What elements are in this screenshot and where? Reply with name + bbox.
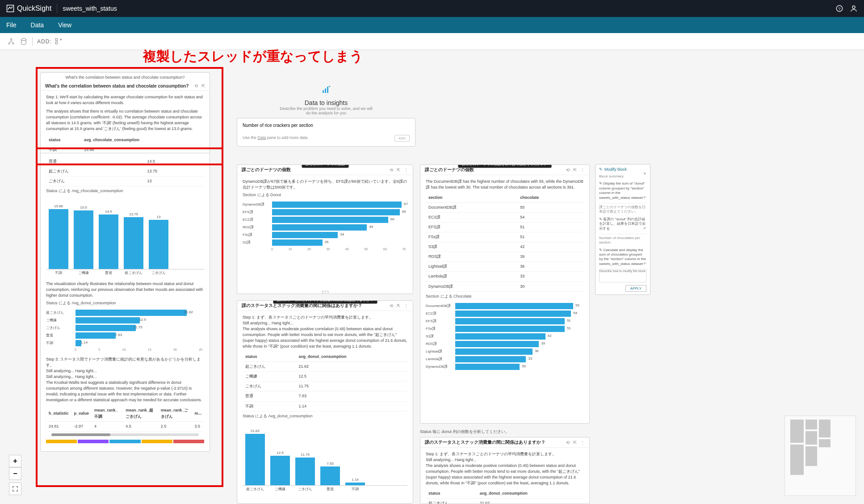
table-row: ご機嫌12.5	[243, 372, 407, 382]
insights-icon	[321, 84, 331, 95]
prompt-hint-post: pane to add more data	[266, 135, 308, 140]
c3-ct: Status による Avg_donut_consumption	[243, 412, 407, 423]
export-icon[interactable]: ⇱	[573, 168, 577, 172]
zoom-out-button[interactable]: −	[9, 467, 21, 480]
prompt-box: Number of rice crackers per section Use …	[237, 118, 415, 147]
table-row: 普通7.83	[243, 391, 407, 401]
chart3-xlabels: 超ごきげんご機嫌ごきげん普通不調	[243, 486, 407, 493]
minimap[interactable]	[784, 416, 856, 496]
table-row: DocumentDB課55	[426, 203, 584, 213]
dti-subtitle: Describe the problem you need to solve, …	[277, 106, 375, 115]
document-title: sweets_with_status	[63, 5, 117, 12]
bar-row: EC2課54	[426, 311, 584, 317]
export-icon[interactable]: ⇱	[573, 440, 577, 445]
table-row: RDS課39	[426, 252, 584, 262]
card-status-snack-dup: 課のステータスとスナック消費量の間に関係はありますか？ ⟲⇱⋮ Step 1: …	[420, 437, 590, 504]
table-row: ごきげん13	[46, 176, 204, 186]
undo-icon[interactable]: ↶	[643, 196, 646, 200]
ask-button[interactable]: ASK	[394, 135, 410, 142]
svg-point-3	[852, 6, 855, 8]
fullscreen-icon	[12, 486, 18, 492]
c4-body: The DocumentDB課 has the highest number o…	[426, 179, 584, 190]
menu-file[interactable]: File	[6, 21, 17, 29]
fit-button[interactable]	[9, 483, 21, 495]
refresh-icon[interactable]: ⟲	[390, 303, 393, 308]
zoom-in-button[interactable]: +	[9, 455, 21, 467]
table-row: 超ごきげん21.62	[426, 499, 584, 504]
table-row: 24.81-2.9744.52.53.5	[46, 421, 204, 431]
svg-rect-12	[327, 87, 328, 93]
apply-button[interactable]: APPLY	[625, 285, 646, 292]
svg-rect-10	[323, 90, 324, 93]
quicksight-icon	[6, 4, 14, 13]
export-icon[interactable]: ⇱	[397, 303, 400, 308]
svg-rect-11	[325, 88, 326, 93]
export-icon[interactable]: ⇱	[397, 168, 400, 172]
table-row: FSx課51	[426, 232, 584, 242]
card-correlation-bottom: 普通14.5 超ごきげん13.75 ごきげん13 Status による Avg_…	[40, 153, 210, 452]
more-icon[interactable]: ⋮	[580, 440, 585, 445]
table-row: ごきげん11.75	[243, 382, 407, 391]
modify-input[interactable]	[599, 269, 646, 282]
add-label: ADD:	[37, 38, 52, 45]
bar-row: DynamoDB課67	[243, 202, 407, 208]
more-icon[interactable]: ⋮	[404, 168, 408, 172]
undo-icon[interactable]: ↶	[643, 227, 646, 231]
table-row: EC2課54	[426, 213, 584, 223]
card-actions: ⟲ ⇱	[194, 84, 205, 88]
step3d: The Kruskal-Wallis test suggests a stati…	[46, 380, 204, 403]
more-icon[interactable]: ⋮	[404, 303, 408, 308]
bar-row: Lambda課33	[426, 356, 584, 362]
table-row: Lambda課33	[426, 272, 584, 281]
database-icon[interactable]	[20, 38, 28, 46]
card1b-step2: The visualization clearly illustrates th…	[46, 281, 204, 298]
menu-view[interactable]: View	[58, 21, 71, 29]
export-icon[interactable]: ⇱	[201, 84, 205, 88]
chart-avg-donut-v: 21.6212.511.757.831.14	[243, 423, 407, 485]
svg-rect-0	[7, 5, 14, 12]
data-to-insights: Data to insights Describe the problem yo…	[277, 84, 375, 115]
menu-data[interactable]: Data	[31, 21, 44, 29]
table-row: EFS課51	[426, 223, 584, 232]
th-avg: avg_chocolate_consumption	[81, 135, 204, 145]
chart2-title: Status による Avg_donut_consumption	[46, 298, 204, 310]
refresh-icon[interactable]: ⟲	[566, 168, 570, 172]
close-icon[interactable]: ✕	[643, 172, 646, 176]
chart-section-chocolate: DocumentDB課55EC2課54EFS課51FSx課51S3課42RDS課…	[426, 303, 584, 370]
scrollbar[interactable]	[51, 433, 199, 436]
menubar: File Data View	[0, 17, 864, 33]
mp-b1: Display the sum of "donut" column groupe…	[599, 181, 645, 199]
card1-question: What's the correlation between status an…	[45, 84, 189, 88]
refresh-icon[interactable]: ⟲	[194, 84, 198, 88]
bar: 15.5	[74, 210, 93, 269]
table-row: Lightsail課36	[426, 262, 584, 272]
c3-step1: Step 1: まず、各ステータスごとのドーナツの平均消費量を計算します。	[243, 315, 407, 320]
refresh-icon[interactable]: ⟲	[390, 168, 393, 172]
more-icon[interactable]: ⋮	[580, 168, 585, 172]
connector-icon[interactable]: +	[322, 291, 328, 294]
titlebar: QuickSight sweets_with_status ?	[0, 0, 864, 17]
undo-icon[interactable]: ↶	[643, 262, 646, 266]
bar-row: 不調1.14	[46, 340, 204, 346]
prompt-text[interactable]: Number of rice crackers per section	[243, 123, 410, 128]
prompt-hint-pre: Use the	[243, 135, 258, 140]
svg-point-4	[11, 38, 12, 40]
refresh-icon[interactable]: ⟲	[566, 440, 570, 445]
toolbar-add[interactable]: ADD:	[37, 38, 63, 46]
zoom-controls: + −	[9, 455, 21, 495]
svg-text:?: ?	[838, 6, 841, 11]
chart-avg-chocolate: 15.8615.514.513.7513	[46, 197, 204, 269]
modify-block-panel: ✎ Modify block✕ Block summary ✎ Display …	[595, 164, 650, 295]
card1-step1: Step 1: We'll start by calculating the a…	[46, 94, 204, 106]
prompt-hint-link[interactable]: Data	[258, 135, 266, 140]
card4-table: sectionchocolate DocumentDB課55 EC2課54 EF…	[426, 193, 584, 291]
card1b-table: 普通14.5 超ごきげん13.75 ごきげん13	[46, 157, 204, 186]
user-icon[interactable]	[850, 4, 858, 13]
bar: 11.75	[295, 458, 315, 485]
c5-step1: Step 1: まず、各ステータスごとのドーナツの平均消費量を計算します。	[426, 451, 584, 457]
help-icon[interactable]: ?	[835, 4, 843, 13]
card1-analysis: The analysis shows that there is virtual…	[46, 109, 204, 132]
hierarchy-icon[interactable]	[7, 38, 15, 46]
canvas[interactable]: Data to insights Describe the problem yo…	[0, 50, 864, 504]
bar: 21.62	[245, 434, 265, 485]
